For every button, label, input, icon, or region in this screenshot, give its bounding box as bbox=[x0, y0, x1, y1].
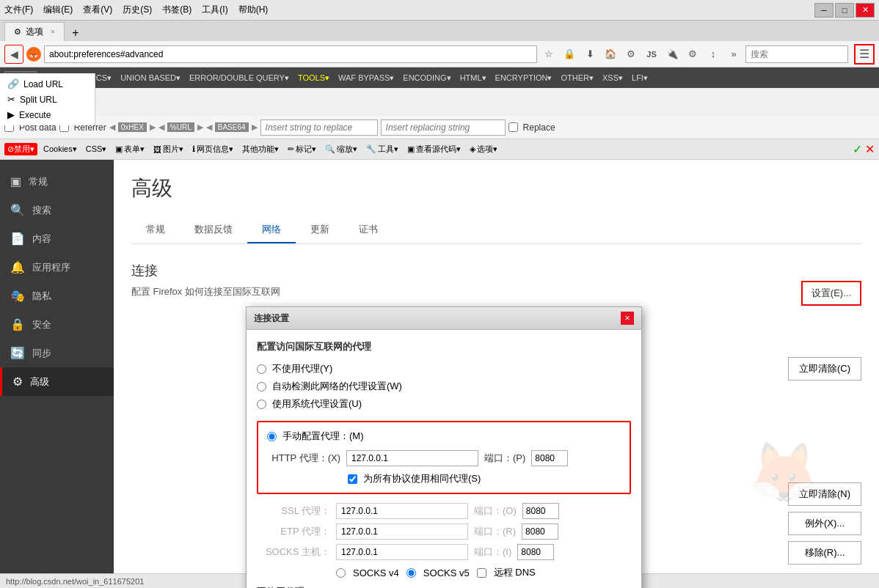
socks-v4-radio[interactable] bbox=[336, 568, 346, 578]
home-icon[interactable]: 🏠 bbox=[602, 45, 619, 63]
download-icon[interactable]: ⬇ bbox=[581, 45, 599, 63]
menu-edit[interactable]: 编辑(E) bbox=[43, 4, 73, 16]
new-tab-button[interactable]: + bbox=[68, 25, 84, 41]
exceptions-button[interactable]: 例外(X)... bbox=[788, 512, 861, 535]
more-icon[interactable]: » bbox=[725, 45, 743, 63]
tab-network[interactable]: 网络 bbox=[247, 217, 296, 243]
ext-cookies[interactable]: Cookies▾ bbox=[40, 144, 80, 155]
tool-split-url[interactable]: ✂ Split URL bbox=[0, 92, 95, 107]
nav-apps[interactable]: 🔔 应用程序 bbox=[0, 253, 114, 282]
system-proxy-radio[interactable] bbox=[257, 400, 266, 409]
nav-general[interactable]: ▣ 常规 bbox=[0, 167, 114, 196]
socks-port-input[interactable] bbox=[517, 544, 554, 560]
insert-replacing-input[interactable] bbox=[381, 120, 506, 136]
maximize-button[interactable]: □ bbox=[835, 3, 854, 18]
search-input[interactable] bbox=[745, 45, 848, 63]
clear-now-button[interactable]: 立即清除(C) bbox=[788, 357, 861, 381]
connection-settings-button[interactable]: 设置(E)... bbox=[801, 281, 861, 306]
same-proxy-checkbox[interactable] bbox=[348, 474, 357, 484]
auto-detect-radio[interactable] bbox=[257, 382, 266, 392]
base64-left-arrow: ◀ bbox=[206, 122, 212, 132]
ssl-port-input[interactable] bbox=[522, 503, 559, 519]
oxhex-button[interactable]: 0xHEX bbox=[118, 122, 147, 132]
tool-load-url[interactable]: 🔗 Load URL bbox=[0, 76, 95, 92]
js-icon[interactable]: JS bbox=[643, 45, 660, 63]
remote-dns-checkbox[interactable] bbox=[477, 568, 486, 578]
ext-tools[interactable]: 🔧 工具▾ bbox=[363, 143, 401, 155]
nav-content[interactable]: 📄 内容 bbox=[0, 224, 114, 253]
ext-mark[interactable]: ✏ 标记▾ bbox=[285, 143, 319, 155]
addon-icon[interactable]: ⚙ bbox=[684, 45, 701, 63]
bookmark-icon[interactable]: ☆ bbox=[540, 45, 558, 63]
dialog-close-button[interactable]: × bbox=[621, 312, 634, 325]
ftp-port-input[interactable] bbox=[522, 523, 558, 540]
base64-button[interactable]: BASE64 bbox=[215, 122, 249, 132]
menu-history[interactable]: 历史(S) bbox=[123, 4, 152, 16]
sqli-lfi[interactable]: LFI▾ bbox=[628, 72, 652, 84]
sqli-union-based[interactable]: UNION BASED▾ bbox=[117, 72, 184, 84]
base64-right-arrow: ▶ bbox=[252, 122, 258, 132]
replace-checkbox[interactable] bbox=[508, 122, 518, 132]
insert-string-input[interactable] bbox=[260, 120, 378, 136]
tab-certificates[interactable]: 证书 bbox=[344, 217, 393, 243]
nav-security[interactable]: 🔒 安全 bbox=[0, 310, 114, 339]
split-url-label: Split URL bbox=[20, 95, 57, 105]
menu-help[interactable]: 帮助(H) bbox=[238, 4, 269, 16]
ext-zoom[interactable]: 🔍 缩放▾ bbox=[322, 143, 360, 155]
sqli-xss[interactable]: XSS▾ bbox=[599, 72, 627, 84]
url-input[interactable] bbox=[44, 45, 537, 63]
nav-privacy[interactable]: 🎭 隐私 bbox=[0, 282, 114, 310]
ext-source[interactable]: ▣ 查看源代码▾ bbox=[404, 143, 464, 155]
tool-execute[interactable]: ▶ Execute bbox=[0, 107, 95, 122]
ssl-proxy-input[interactable] bbox=[336, 503, 468, 519]
ext-images[interactable]: 🖼 图片▾ bbox=[150, 143, 186, 155]
ext-css[interactable]: CSS▾ bbox=[83, 144, 110, 155]
tab-feedback[interactable]: 数据反馈 bbox=[180, 217, 247, 243]
close-button[interactable]: ✕ bbox=[856, 3, 875, 18]
plugin-icon[interactable]: 🔌 bbox=[663, 45, 681, 63]
ext-other[interactable]: 其他功能▾ bbox=[239, 143, 282, 155]
sync-icon[interactable]: ↕ bbox=[704, 45, 722, 63]
http-proxy-input[interactable] bbox=[346, 450, 478, 466]
ext-source-label: 查看源代码▾ bbox=[416, 144, 461, 155]
sqli-encryption[interactable]: ENCRYPTION▾ bbox=[492, 72, 556, 84]
sqli-waf-bypass[interactable]: WAF BYPASS▾ bbox=[335, 72, 398, 84]
ext-page-info[interactable]: ℹ 网页信息▾ bbox=[189, 143, 236, 155]
http-proxy-label: HTTP 代理：(X) bbox=[267, 452, 340, 465]
sqli-other[interactable]: OTHER▾ bbox=[558, 72, 598, 84]
no-proxy-radio[interactable] bbox=[257, 364, 266, 374]
url-encode-button[interactable]: %URL bbox=[167, 122, 194, 132]
menu-view[interactable]: 查看(V) bbox=[83, 4, 112, 16]
ssl-proxy-row: SSL 代理： 端口：(O) bbox=[257, 503, 631, 519]
ext-forms[interactable]: ▣ 表单▾ bbox=[112, 143, 147, 155]
menu-tools[interactable]: 工具(I) bbox=[202, 4, 227, 16]
tab-update[interactable]: 更新 bbox=[296, 217, 344, 243]
nav-sync[interactable]: 🔄 同步 bbox=[0, 339, 114, 367]
menu-file[interactable]: 文件(F) bbox=[4, 4, 33, 16]
tab-close-button[interactable]: × bbox=[51, 28, 55, 36]
back-button[interactable]: ◀ bbox=[4, 45, 23, 64]
sqli-encoding[interactable]: ENCODING▾ bbox=[399, 72, 454, 84]
hamburger-menu-button[interactable]: ☰ bbox=[854, 44, 875, 65]
manual-proxy-radio[interactable] bbox=[267, 432, 277, 441]
settings-icon[interactable]: ⚙ bbox=[622, 45, 640, 63]
sqli-html[interactable]: HTML▾ bbox=[456, 72, 490, 84]
menu-bookmarks[interactable]: 书签(B) bbox=[162, 4, 192, 16]
minimize-button[interactable]: ─ bbox=[814, 3, 834, 18]
ext-options[interactable]: ◈ 选项▾ bbox=[467, 143, 500, 155]
sqli-tools[interactable]: TOOLS▾ bbox=[294, 72, 333, 84]
remote-dns-label: 远程 DNS bbox=[494, 566, 536, 579]
sqli-error-query[interactable]: ERROR/DOUBLE QUERY▾ bbox=[186, 72, 293, 84]
lock-icon[interactable]: 🔒 bbox=[561, 45, 578, 63]
remove-button[interactable]: 移除(R)... bbox=[788, 541, 861, 565]
nav-search[interactable]: 🔍 搜索 bbox=[0, 196, 114, 224]
socks-v5-radio[interactable] bbox=[406, 568, 416, 578]
hex-right-arrow: ▶ bbox=[150, 122, 156, 132]
http-port-input[interactable] bbox=[531, 450, 568, 466]
ftp-proxy-input[interactable] bbox=[336, 523, 468, 540]
nav-advanced[interactable]: ⚙ 高级 bbox=[0, 367, 114, 396]
socks-host-input[interactable] bbox=[336, 544, 468, 560]
ext-disable[interactable]: ⊘禁用▾ bbox=[4, 143, 37, 155]
tab-general[interactable]: 常规 bbox=[131, 217, 180, 243]
browser-tab[interactable]: ⚙ 选项 × bbox=[4, 22, 65, 41]
